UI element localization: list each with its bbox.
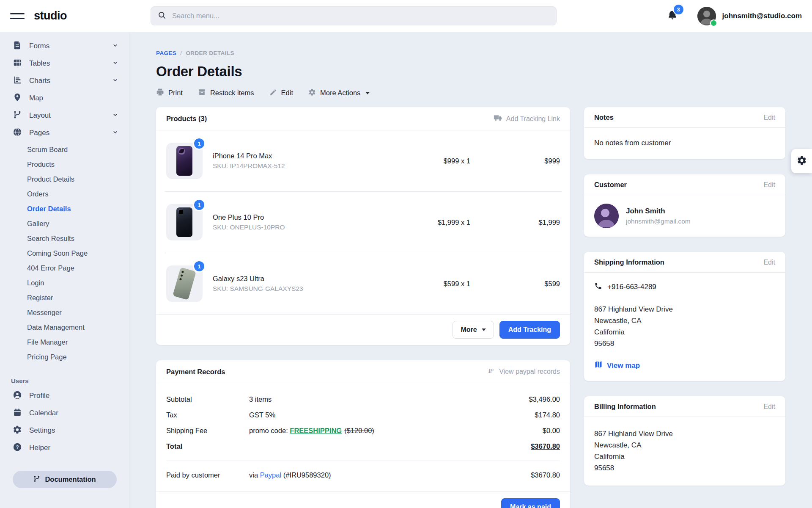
print-button[interactable]: Print [156, 88, 183, 98]
menu-toggle-icon[interactable] [10, 13, 25, 19]
quantity-badge: 1 [194, 138, 204, 149]
paypal-link[interactable]: Paypal [260, 471, 281, 479]
sidebar-item-profile[interactable]: Profile [0, 387, 129, 404]
billing-card-title: Billing Information [594, 403, 656, 411]
notes-card-title: Notes [594, 113, 614, 121]
search-input[interactable] [172, 12, 549, 20]
payment-row-shipping: Shipping Fee promo code: FREESHIPPING($1… [156, 423, 570, 439]
breadcrumb: PAGES / ORDER DETAILS [156, 50, 785, 56]
shipping-edit-link[interactable]: Edit [763, 259, 775, 266]
documentation-button[interactable]: Documentation [13, 471, 117, 488]
gear-icon [797, 155, 807, 167]
restock-items-button[interactable]: Restock items [198, 88, 254, 98]
truck-icon [494, 113, 502, 124]
add-tracking-button[interactable]: Add Tracking [499, 321, 560, 339]
sidebar-item-helper[interactable]: ? Helper [0, 439, 129, 456]
map-pin-icon [13, 93, 22, 104]
more-button[interactable]: More [453, 321, 494, 339]
edit-button[interactable]: Edit [269, 88, 293, 98]
quantity-badge: 1 [194, 200, 204, 210]
svg-text:P: P [490, 367, 494, 374]
sidebar-item-tables[interactable]: Tables [0, 55, 129, 72]
product-price-qty: $599 x 1 [394, 280, 470, 288]
galaxy-product-image [173, 267, 196, 300]
product-name[interactable]: One Plus 10 Pro [213, 213, 394, 221]
quantity-badge: 1 [194, 261, 204, 271]
payment-row-total: Total $3670.80 [156, 439, 570, 454]
customer-edit-link[interactable]: Edit [763, 181, 775, 189]
sidebar-item-register[interactable]: Register [0, 290, 129, 305]
sidebar-item-gallery[interactable]: Gallery [0, 216, 129, 231]
page-actions: Print Restock items Edit [156, 88, 785, 98]
sidebar-item-data-management[interactable]: Data Management [0, 320, 129, 335]
notification-count-badge: 3 [674, 5, 683, 14]
payment-divider [166, 461, 560, 461]
sidebar-item-404[interactable]: 404 Error Page [0, 261, 129, 276]
chevron-down-icon [112, 77, 118, 85]
sidebar-item-messenger[interactable]: Messenger [0, 305, 129, 320]
notifications-button[interactable]: 3 [667, 10, 678, 22]
caret-down-icon [482, 329, 486, 331]
sidebar-item-orders[interactable]: Orders [0, 187, 129, 202]
product-thumbnail: 1 [166, 204, 203, 240]
mark-as-paid-button[interactable]: Mark as paid [501, 498, 560, 508]
product-price-qty: $999 x 1 [394, 157, 470, 165]
sidebar-item-search-results[interactable]: Search Results [0, 231, 129, 246]
shipping-information-card: Shipping Information Edit +916-663-4289 … [584, 252, 785, 381]
product-name[interactable]: iPhone 14 Pro Max [213, 152, 394, 160]
breadcrumb-separator: / [180, 50, 182, 56]
chevron-down-icon [112, 60, 118, 67]
sidebar-item-map[interactable]: Map [0, 89, 129, 107]
payment-card-title: Payment Records [166, 368, 225, 376]
sidebar-item-pages[interactable]: Pages [0, 124, 129, 141]
products-card: Products (3) Add Tracking Link [156, 107, 570, 345]
customer-card-title: Customer [594, 181, 627, 189]
oneplus-product-image [176, 207, 192, 237]
user-circle-icon [13, 390, 22, 401]
product-thumbnail: 1 [166, 143, 203, 179]
git-branch-icon [13, 110, 22, 121]
product-total: $999 [470, 157, 560, 165]
promo-code-link[interactable]: FREESHIPPING [290, 427, 342, 434]
search-bar[interactable] [151, 6, 557, 25]
order-total-amount: $3670.80 [531, 442, 560, 450]
sidebar-item-coming-soon[interactable]: Coming Soon Page [0, 246, 129, 261]
breadcrumb-pages-link[interactable]: PAGES [156, 50, 176, 56]
shipping-phone[interactable]: +916-663-4289 [607, 283, 656, 291]
customer-email[interactable]: johnsmith@gmail.com [626, 218, 691, 225]
product-name[interactable]: Galaxy s23 Ultra [213, 275, 394, 283]
map-icon [594, 360, 603, 371]
pages-submenu: Scrum Board Products Product Details Ord… [0, 141, 129, 366]
add-tracking-link[interactable]: Add Tracking Link [494, 113, 560, 124]
payment-row-subtotal: Subtotal 3 items $3,496.00 [156, 392, 570, 407]
app-logo[interactable]: studio [34, 9, 67, 22]
table-icon [13, 58, 22, 69]
sidebar-item-calendar[interactable]: Calendar [0, 404, 129, 422]
settings-panel-toggle[interactable] [791, 149, 812, 173]
sidebar-item-forms[interactable]: Forms [0, 37, 129, 55]
shipping-address: 867 Highland View Drive Newcastle, CA Ca… [594, 304, 775, 349]
more-actions-button[interactable]: More Actions [308, 88, 370, 98]
sidebar-item-product-details[interactable]: Product Details [0, 172, 129, 187]
sidebar-item-file-manager[interactable]: File Manager [0, 335, 129, 350]
sidebar-item-scrum-board[interactable]: Scrum Board [0, 142, 129, 157]
view-paypal-records-link[interactable]: P P View paypal records [488, 367, 560, 377]
sidebar-item-pricing-page[interactable]: Pricing Page [0, 350, 129, 364]
product-row: 1 Galaxy s23 Ultra SKU: SAMSUNG-GALAXYS2… [156, 253, 570, 314]
user-email[interactable]: johnsmith@studio.com [722, 12, 802, 20]
sidebar-item-products[interactable]: Products [0, 157, 129, 172]
right-column: Notes Edit No notes from customer Custom… [584, 107, 785, 501]
view-map-link[interactable]: View map [594, 360, 775, 371]
printer-icon [156, 88, 164, 98]
billing-edit-link[interactable]: Edit [763, 403, 775, 411]
sidebar-item-login[interactable]: Login [0, 276, 129, 290]
notes-edit-link[interactable]: Edit [763, 114, 775, 121]
payment-row-tax: Tax GST 5% $174.80 [156, 407, 570, 423]
user-avatar[interactable] [697, 7, 716, 25]
payment-records-card: Payment Records P P View paypal records [156, 360, 570, 508]
sidebar-item-settings[interactable]: Settings [0, 422, 129, 439]
notes-body: No notes from customer [584, 128, 785, 159]
sidebar-item-charts[interactable]: Charts [0, 72, 129, 89]
sidebar-item-layout[interactable]: Layout [0, 107, 129, 124]
sidebar-item-order-details[interactable]: Order Details [0, 202, 129, 216]
